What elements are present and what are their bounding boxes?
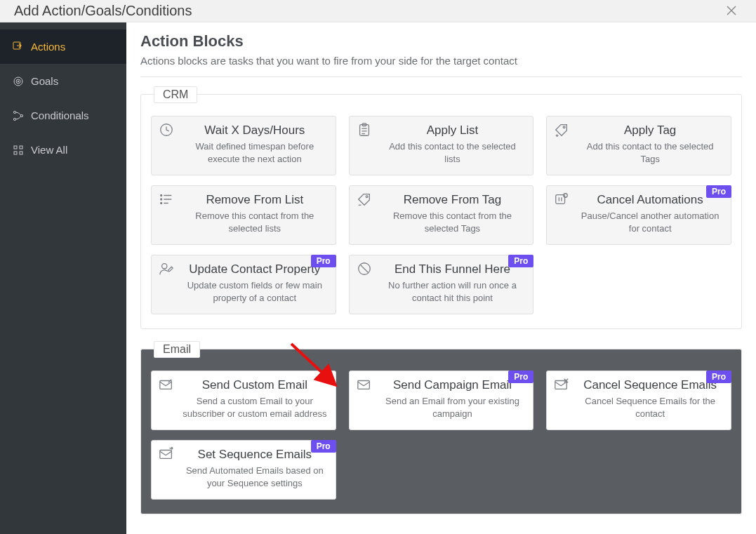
sidebar-item-conditionals[interactable]: Conditionals bbox=[0, 98, 126, 133]
actions-icon bbox=[13, 41, 24, 53]
svg-point-34 bbox=[162, 264, 167, 269]
pause-icon bbox=[554, 192, 569, 207]
card-desc: Pause/Cancel another automation for cont… bbox=[578, 210, 722, 234]
card-desc: Wait defined timespan before execute the… bbox=[183, 140, 327, 165]
goals-icon bbox=[13, 76, 24, 87]
pro-badge: Pro bbox=[508, 371, 533, 383]
grid-icon bbox=[13, 145, 24, 156]
card-apply-list[interactable]: Apply List Add this contact to the selec… bbox=[349, 116, 534, 175]
svg-point-24 bbox=[161, 203, 162, 204]
svg-rect-11 bbox=[14, 152, 17, 154]
svg-rect-9 bbox=[14, 146, 17, 149]
svg-line-36 bbox=[360, 265, 368, 273]
sidebar-item-label: Actions bbox=[31, 41, 65, 53]
card-title: Send Custom Email bbox=[183, 378, 327, 392]
email-cancel-icon bbox=[554, 377, 569, 392]
card-update-contact-property[interactable]: Pro Update Contact Property Update custo… bbox=[151, 255, 336, 314]
clock-icon bbox=[159, 122, 174, 138]
svg-rect-38 bbox=[357, 381, 369, 389]
sidebar-item-actions[interactable]: Actions bbox=[0, 29, 126, 64]
card-desc: Cancel Sequence Emails for the contact bbox=[578, 395, 722, 420]
sidebar-item-label: Conditionals bbox=[31, 109, 89, 121]
svg-point-7 bbox=[13, 118, 15, 120]
card-desc: Add this contact to the selected lists bbox=[380, 140, 525, 165]
cards-email: Send Custom Email Send a custom Email to… bbox=[151, 371, 731, 500]
sidebar-item-goals[interactable]: Goals bbox=[0, 64, 126, 98]
svg-point-6 bbox=[13, 111, 15, 113]
card-desc: Send a custom Email to your subscriber o… bbox=[183, 395, 327, 420]
email-send-icon bbox=[357, 377, 372, 392]
card-title: Cancel Sequence Emails bbox=[578, 378, 722, 392]
svg-rect-10 bbox=[20, 146, 22, 149]
svg-point-19 bbox=[564, 126, 566, 128]
email-sequence-icon bbox=[159, 446, 174, 462]
page-heading: Action Blocks bbox=[140, 32, 742, 51]
pro-badge: Pro bbox=[706, 185, 731, 198]
page-subheading: Actions blocks are tasks that you want t… bbox=[140, 55, 742, 77]
section-crm: CRM Wait X Days/Hours Wait defined times… bbox=[140, 94, 742, 329]
titlebar: Add Action/Goals/Conditions bbox=[0, 0, 756, 22]
svg-rect-42 bbox=[160, 450, 172, 459]
card-cancel-sequence-emails[interactable]: Pro Cancel Sequence Emails Cancel Sequen… bbox=[546, 371, 731, 430]
card-remove-from-list[interactable]: Remove From List Remove this contact fro… bbox=[151, 185, 336, 245]
svg-point-23 bbox=[161, 199, 162, 200]
card-title: Remove From List bbox=[183, 193, 327, 207]
card-remove-from-tag[interactable]: Remove From Tag Remove this contact from… bbox=[349, 185, 534, 245]
card-title: End This Funnel Here bbox=[380, 262, 525, 276]
svg-point-5 bbox=[18, 81, 19, 82]
email-edit-icon bbox=[159, 377, 174, 392]
clipboard-icon bbox=[357, 122, 372, 138]
card-desc: Send an Email from your existing campaig… bbox=[380, 395, 525, 420]
tag-add-icon bbox=[554, 122, 569, 138]
sidebar: Actions Goals Conditionals View All bbox=[0, 22, 126, 534]
card-send-campaign-email[interactable]: Pro Send Campaign Email Send an Email fr… bbox=[349, 371, 534, 430]
user-edit-icon bbox=[159, 261, 174, 276]
sidebar-item-label: Goals bbox=[31, 75, 58, 87]
card-title: Send Campaign Email bbox=[380, 378, 525, 392]
svg-rect-37 bbox=[160, 381, 172, 389]
content: Action Blocks Actions blocks are tasks t… bbox=[126, 22, 756, 534]
card-send-custom-email[interactable]: Send Custom Email Send a custom Email to… bbox=[151, 371, 336, 430]
card-desc: Add this contact to the selected Tags bbox=[578, 140, 722, 165]
card-desc: Remove this contact from the selected Ta… bbox=[380, 210, 525, 234]
pro-badge: Pro bbox=[508, 255, 533, 267]
card-wait-days[interactable]: Wait X Days/Hours Wait defined timespan … bbox=[151, 116, 336, 175]
sidebar-item-label: View All bbox=[31, 144, 67, 156]
card-title: Update Contact Property bbox=[183, 262, 327, 276]
svg-point-33 bbox=[564, 194, 568, 198]
card-desc: Send Automated Emails based on your Sequ… bbox=[183, 465, 327, 489]
card-title: Set Sequence Emails bbox=[183, 448, 327, 462]
card-desc: Remove this contact from the selected li… bbox=[183, 210, 327, 234]
pro-badge: Pro bbox=[706, 371, 731, 383]
svg-point-22 bbox=[161, 195, 162, 196]
modal-title: Add Action/Goals/Conditions bbox=[14, 3, 192, 19]
svg-rect-12 bbox=[20, 152, 22, 154]
card-cancel-automations[interactable]: Pro Cancel Automations Pause/Cancel anot… bbox=[546, 185, 731, 245]
list-remove-icon bbox=[159, 192, 174, 207]
close-icon[interactable] bbox=[721, 0, 742, 22]
window: Add Action/Goals/Conditions Actions Goal… bbox=[0, 0, 756, 534]
conditionals-icon bbox=[13, 110, 24, 121]
stop-icon bbox=[357, 261, 372, 276]
body: Actions Goals Conditionals View All bbox=[0, 22, 756, 534]
card-set-sequence-emails[interactable]: Pro Set Sequence Emails Send Automated E… bbox=[151, 440, 336, 500]
svg-point-28 bbox=[366, 196, 368, 198]
card-desc: Update custom fields or few main propert… bbox=[183, 279, 327, 304]
card-apply-tag[interactable]: Apply Tag Add this contact to the select… bbox=[546, 116, 731, 175]
card-title: Apply Tag bbox=[578, 124, 722, 138]
section-legend-crm: CRM bbox=[154, 86, 197, 103]
card-title: Remove From Tag bbox=[380, 193, 525, 207]
card-desc: No further action will run once a contac… bbox=[380, 279, 525, 304]
pro-badge: Pro bbox=[311, 255, 336, 267]
tag-remove-icon bbox=[357, 192, 372, 207]
section-email: Email Send Custom Email Send a custom Em… bbox=[140, 349, 742, 514]
svg-point-8 bbox=[20, 114, 22, 116]
card-end-funnel[interactable]: Pro End This Funnel Here No further acti… bbox=[349, 255, 534, 314]
section-legend-email: Email bbox=[154, 341, 200, 358]
card-title: Apply List bbox=[380, 124, 525, 138]
card-title: Wait X Days/Hours bbox=[183, 124, 327, 138]
cards-crm: Wait X Days/Hours Wait defined timespan … bbox=[151, 116, 731, 314]
card-title: Cancel Automations bbox=[578, 193, 722, 207]
pro-badge: Pro bbox=[311, 440, 336, 453]
sidebar-item-view-all[interactable]: View All bbox=[0, 133, 126, 167]
